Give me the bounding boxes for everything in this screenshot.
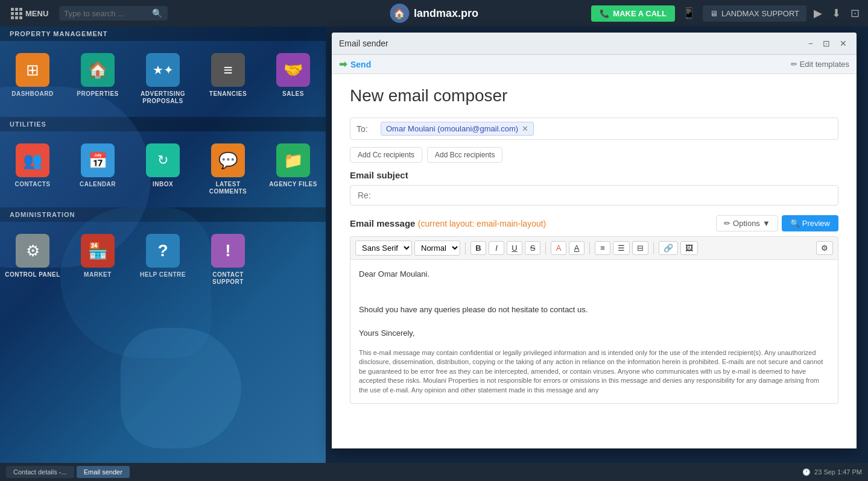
datetime-label: 23 Sep 1:47 PM [814,468,862,476]
latest-comments-icon: 💬 [211,143,245,177]
modal-controls: − ⊡ ✕ [806,37,849,49]
market-icon: 🏪 [81,234,115,268]
sidebar-item-properties[interactable]: 🏠 PROPERTIES [65,47,130,111]
search-icon[interactable]: 🔍 [152,8,162,18]
template-icon: ✏ [791,60,797,69]
pencil-icon: ✏ [724,219,730,228]
minimize-button[interactable]: − [806,37,816,49]
agency-files-label: AGENCY FILES [269,181,317,188]
logo: 🏠 landmax.pro [390,4,478,23]
search-icon: 🔍 [790,219,800,228]
taskbar-tab-email-sender[interactable]: Email sender [77,466,130,478]
support-button[interactable]: 🖥 LANDMAX SUPPORT [703,5,806,22]
sidebar-item-latest-comments[interactable]: 💬 LATEST COMMENTS [195,137,261,201]
make-call-label: MAKE A CALL [613,9,667,18]
section-title-administration: ADMINISTRATION [0,207,326,222]
menu-icon [11,8,22,19]
preview-label: Preview [802,219,830,228]
ordered-list-button[interactable]: ≡ [595,241,610,255]
toolbar-separator-4 [653,242,654,254]
email-message-header: Email message (current layout: email-mai… [350,215,838,231]
utilities-grid: 👥 CONTACTS 📅 CALENDAR ↻ INBOX 💬 LATEST C… [0,131,326,207]
email-line-1: Dear Omar Moulani. [359,268,829,280]
make-call-button[interactable]: 📞 MAKE A CALL [591,5,675,22]
sidebar-item-sales[interactable]: 🤝 SALES [261,47,326,111]
email-message-label-area: Email message (current layout: email-mai… [350,218,546,229]
email-disclaimer: This e-mail message may contain confiden… [359,348,829,395]
email-editor[interactable]: Dear Omar Moulani. Should you have any q… [350,260,838,404]
sidebar-item-contacts[interactable]: 👥 CONTACTS [0,137,65,201]
sidebar-item-market[interactable]: 🏪 MARKET [65,228,130,292]
font-size-select[interactable]: Normal [414,241,460,256]
expand-icon-button[interactable]: ⊡ [848,4,862,22]
sidebar-item-agency-files[interactable]: 📁 AGENCY FILES [261,137,326,201]
email-line-3: Yours Sincerely, [359,327,829,339]
topbar-right: 📞 MAKE A CALL 📱 🖥 LANDMAX SUPPORT ▶ ⬇ ⊡ [591,4,862,22]
sidebar-item-contact-support[interactable]: ! CONTACT SUPPORT [195,228,261,292]
property-management-grid: ⊞ DASHBOARD 🏠 PROPERTIES ★✦ ADVERTISING … [0,41,326,117]
sidebar-item-calendar[interactable]: 📅 CALENDAR [65,137,130,201]
indent-button[interactable]: ⊟ [632,241,648,255]
chevron-down-icon: ▼ [762,219,770,228]
add-bcc-button[interactable]: Add Bcc recipients [427,147,502,163]
modal-titlebar: Email sender − ⊡ ✕ [332,33,857,55]
sidebar-item-control-panel[interactable]: ⚙ CONTROL PANEL [0,228,65,292]
preview-button[interactable]: 🔍 Preview [782,215,838,231]
sidebar-item-inbox[interactable]: ↻ INBOX [130,137,195,201]
add-cc-button[interactable]: Add Cc recipients [350,147,422,163]
font-highlight-button[interactable]: A [569,241,584,255]
maximize-button[interactable]: ⊡ [820,37,832,49]
cc-bcc-row: Add Cc recipients Add Bcc recipients [350,147,838,163]
font-family-select[interactable]: Sans Serif [355,241,412,256]
italic-button[interactable]: I [489,241,504,255]
email-line-2: Should you have any queries please do no… [359,304,829,316]
message-actions: ✏ Options ▼ 🔍 Preview [716,215,838,231]
control-panel-label: CONTROL PANEL [5,271,60,278]
administration-grid: ⚙ CONTROL PANEL 🏪 MARKET ? HELP CENTRE !… [0,222,326,298]
sidebar-item-advertising[interactable]: ★✦ ADVERTISING PROPOSALS [130,47,195,111]
strikethrough-button[interactable]: S [525,241,540,255]
taskbar: Contact details -... Email sender 🕐 23 S… [0,463,868,481]
help-centre-label: HELP CENTRE [140,271,186,278]
underline-button[interactable]: U [507,241,522,255]
options-label: Options [733,219,760,228]
options-button[interactable]: ✏ Options ▼ [716,215,778,231]
taskbar-tab-contact-details[interactable]: Contact details -... [6,466,74,478]
sidebar-item-dashboard[interactable]: ⊞ DASHBOARD [0,47,65,111]
phone-icon: 📞 [600,9,609,18]
arrow-icon-button[interactable]: ▶ [811,4,825,22]
close-button[interactable]: ✕ [837,37,849,49]
sidebar: PROPERTY MANAGEMENT ⊞ DASHBOARD 🏠 PROPER… [0,27,326,463]
settings-button[interactable]: ⚙ [816,241,833,255]
sidebar-item-tenancies[interactable]: ≡ TENANCIES [195,47,261,111]
recipient-tag[interactable]: Omar Moulani (omoulani@gmail.com) ✕ [381,122,534,136]
download-icon-button[interactable]: ⬇ [829,4,843,22]
contact-support-icon: ! [211,234,245,268]
edit-templates-button[interactable]: ✏ Edit templates [791,60,849,69]
agency-files-icon: 📁 [276,143,310,177]
clock-icon: 🕐 [802,468,811,476]
subject-label: Email subject [350,170,838,180]
taskbar-datetime: 🕐 23 Sep 1:47 PM [802,468,862,476]
modal-backdrop: Email sender − ⊡ ✕ ➡ Send ✏ Edit templat… [326,27,868,463]
link-button[interactable]: 🔗 [659,241,678,255]
send-button[interactable]: ➡ Send [339,58,371,70]
send-label: Send [350,60,371,69]
to-label: To: [356,124,375,134]
email-layout-label: (current layout: email-main-layout) [418,219,546,228]
toolbar-right: ⚙ [816,241,833,255]
menu-button[interactable]: MENU [6,5,53,22]
font-color-button[interactable]: A [551,241,566,255]
phone-alt-icon-button[interactable]: 📱 [680,4,698,22]
image-button[interactable]: 🖼 [680,241,698,255]
modal-body: New email composer To: Omar Moulani (omo… [332,74,857,448]
sidebar-item-help-centre[interactable]: ? HELP CENTRE [130,228,195,292]
unordered-list-button[interactable]: ☰ [613,241,630,255]
bold-button[interactable]: B [470,241,486,255]
sales-label: SALES [282,90,304,98]
editor-toolbar: Sans Serif Normal B I U S A A ≡ ☰ ⊟ 🔗 [350,236,838,260]
subject-input[interactable] [350,185,838,206]
dashboard-label: DASHBOARD [11,90,54,98]
search-input[interactable] [64,9,148,18]
remove-recipient-icon[interactable]: ✕ [522,124,528,133]
